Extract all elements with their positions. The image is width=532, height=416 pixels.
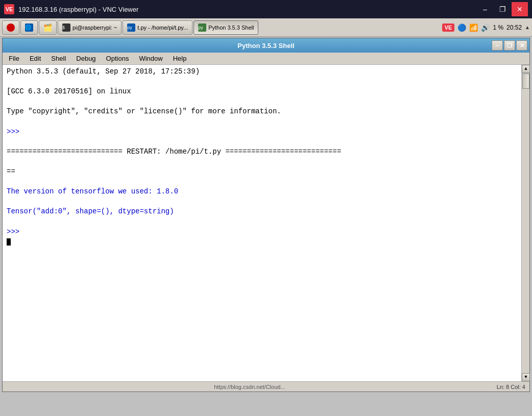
status-url: https://blog.csdn.net/Cloud... <box>214 384 285 390</box>
separator-line: =========================== RESTART: /ho… <box>7 147 517 157</box>
wifi-icon: 📶 <box>469 23 478 32</box>
shell-restore-button[interactable]: ❐ <box>504 40 515 51</box>
bluetooth-icon: 🔵 <box>457 23 466 32</box>
shell-scroll-area: Python 3.5.3 (default, Sep 27 2018, 17:2… <box>3 65 529 381</box>
shell-window-controls: – ❐ ✕ <box>492 40 527 51</box>
taskbar-right: VE 🔵 📶 🔊 1 % 20:52 ▲ <box>442 23 530 32</box>
shell-minimize-button[interactable]: – <box>492 40 503 51</box>
menu-shell[interactable]: Shell <box>47 54 70 63</box>
shell-close-button[interactable]: ✕ <box>516 40 527 51</box>
scroll-up-arrow[interactable]: ▲ <box>522 65 530 73</box>
files-icon: 🗂️ <box>43 23 52 32</box>
ve-badge: VE <box>442 23 455 32</box>
menu-edit[interactable]: Edit <box>26 54 45 63</box>
menu-help[interactable]: Help <box>169 54 191 63</box>
shell-title-bar: Python 3.5.3 Shell – ❐ ✕ <box>3 38 529 53</box>
taskbar-scroll-up[interactable]: ▲ <box>525 25 530 30</box>
shell-output[interactable]: Python 3.5.3 (default, Sep 27 2018, 17:2… <box>3 65 521 381</box>
menu-debug[interactable]: Debug <box>72 54 100 63</box>
taskbar-terminal-label: pi@raspberrypi: ~ <box>72 25 117 31</box>
taskbar-shell-label: Python 3.5.3 Shell <box>208 25 254 31</box>
shell-menu-bar: File Edit Shell Debug Options Window Hel… <box>3 53 529 65</box>
close-button[interactable]: ✕ <box>512 2 528 16</box>
output-tensorflow: The version of tensorflow we used: 1.8.0 <box>7 187 517 197</box>
minimize-button[interactable]: – <box>477 2 493 16</box>
terminal-small-icon: $ <box>62 23 70 32</box>
vertical-scrollbar[interactable]: ▲ ▼ <box>521 65 529 381</box>
window-title: 192.168.3.16 (raspberrypi) - VNC Viewer <box>18 6 477 13</box>
separator-line-2: == <box>7 167 517 177</box>
vnc-icon: VE <box>4 4 14 14</box>
prompt-2: >>> <box>7 227 517 237</box>
shell-taskbar-icon: py <box>198 23 206 32</box>
shell-content-area[interactable]: Python 3.5.3 (default, Sep 27 2018, 17:2… <box>3 65 521 381</box>
cursor <box>7 238 11 246</box>
taskbar: 🌐 🗂️ $ pi@raspberrypi: ~ py t.py - /home… <box>0 18 532 37</box>
menu-file[interactable]: File <box>5 54 23 63</box>
menu-options[interactable]: Options <box>102 54 133 63</box>
menu-window[interactable]: Window <box>135 54 166 63</box>
window-controls: – ❐ ✕ <box>477 2 528 16</box>
volume-icon: 🔊 <box>481 23 490 32</box>
taskbar-terminal-btn[interactable]: $ pi@raspberrypi: ~ <box>58 20 122 35</box>
scroll-down-arrow[interactable]: ▼ <box>522 373 530 381</box>
restore-button[interactable]: ❐ <box>494 2 511 16</box>
scroll-track[interactable] <box>522 73 529 373</box>
vnc-title-bar: VE 192.168.3.16 (raspberrypi) - VNC View… <box>0 0 532 18</box>
editor-icon: py <box>127 23 135 32</box>
shell-window-title: Python 3.5.3 Shell <box>3 42 529 50</box>
taskbar-browser[interactable]: 🌐 <box>20 20 38 35</box>
battery-percent: 1 % <box>493 24 503 31</box>
clock: 20:52 <box>506 24 522 31</box>
taskbar-editor-btn[interactable]: py t.py - /home/pi/t.py... <box>123 20 192 35</box>
output-line-2: [GCC 6.3.0 20170516] on linux <box>7 87 517 97</box>
browser-icon: 🌐 <box>25 23 33 32</box>
output-line-1: Python 3.5.3 (default, Sep 27 2018, 17:2… <box>7 67 517 77</box>
scroll-thumb[interactable] <box>522 74 529 89</box>
output-tensor: Tensor("add:0", shape=(), dtype=string) <box>7 207 517 217</box>
taskbar-files[interactable]: 🗂️ <box>39 20 57 35</box>
cursor-position: Ln: 8 Col: 4 <box>497 384 525 390</box>
taskbar-raspberry[interactable] <box>2 20 19 35</box>
output-line-3: Type "copyright", "credits" or "license(… <box>7 107 517 117</box>
raspberry-icon <box>7 23 15 32</box>
python-shell-window: Python 3.5.3 Shell – ❐ ✕ File Edit Shell… <box>2 38 530 392</box>
taskbar-shell-btn[interactable]: py Python 3.5.3 Shell <box>194 20 258 35</box>
status-bar: https://blog.csdn.net/Cloud... Ln: 8 Col… <box>3 381 529 391</box>
taskbar-editor-label: t.py - /home/pi/t.py... <box>137 25 188 31</box>
prompt-1: >>> <box>7 127 517 137</box>
